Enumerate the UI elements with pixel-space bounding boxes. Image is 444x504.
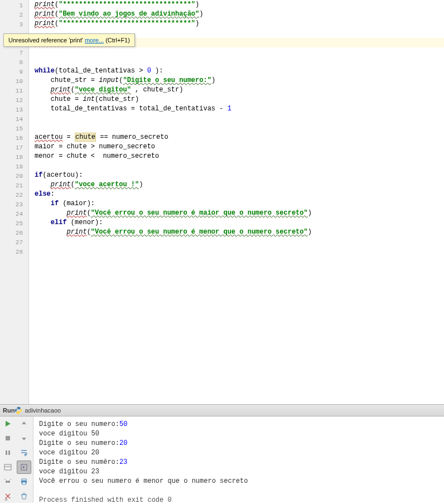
- console-panel: Digite o seu numero:50 voce digitou 50 D…: [0, 416, 444, 503]
- svg-rect-0: [6, 436, 10, 440]
- python-icon: [15, 406, 22, 414]
- svg-line-9: [10, 479, 11, 480]
- svg-point-6: [6, 481, 8, 483]
- layout-button[interactable]: [1, 461, 15, 474]
- stop-button[interactable]: [1, 432, 15, 445]
- svg-rect-2: [8, 450, 10, 455]
- ant-button[interactable]: [1, 475, 15, 488]
- console-toolbar: [0, 416, 33, 503]
- pause-button[interactable]: [1, 446, 15, 459]
- svg-rect-3: [4, 464, 11, 470]
- svg-point-7: [8, 481, 10, 483]
- svg-rect-10: [22, 479, 26, 481]
- run-toolbar: Run adivinhacaoo: [0, 404, 444, 416]
- code-editor[interactable]: 1 2 3 6 7 8 9 10 11 12 13 14 15 16 17 18…: [0, 0, 444, 404]
- expand-icon[interactable]: »: [4, 497, 8, 503]
- run-label: Run: [3, 407, 15, 414]
- scroll-to-end-button[interactable]: [17, 461, 31, 474]
- up-arrow-button[interactable]: [17, 417, 31, 430]
- tooltip-more-link[interactable]: more...: [85, 37, 104, 43]
- code-content[interactable]: print("********************************"…: [29, 0, 444, 404]
- down-arrow-button[interactable]: [17, 432, 31, 445]
- tooltip-text: Unresolved reference 'print': [8, 37, 85, 43]
- tooltip-shortcut: (Ctrl+F1): [104, 37, 130, 43]
- inspection-tooltip: Unresolved reference 'print' more... (Ct…: [3, 33, 135, 47]
- line-gutter: 1 2 3 6 7 8 9 10 11 12 13 14 15 16 17 18…: [0, 0, 29, 404]
- print-button[interactable]: [17, 475, 31, 488]
- svg-rect-1: [6, 450, 7, 455]
- trash-button[interactable]: [17, 490, 31, 503]
- rerun-button[interactable]: [1, 417, 15, 430]
- run-config-name: adivinhacaoo: [25, 407, 61, 414]
- console-output[interactable]: Digite o seu numero:50 voce digitou 50 D…: [33, 416, 444, 503]
- svg-line-8: [4, 479, 6, 480]
- soft-wrap-button[interactable]: [17, 446, 31, 459]
- svg-rect-12: [22, 482, 26, 484]
